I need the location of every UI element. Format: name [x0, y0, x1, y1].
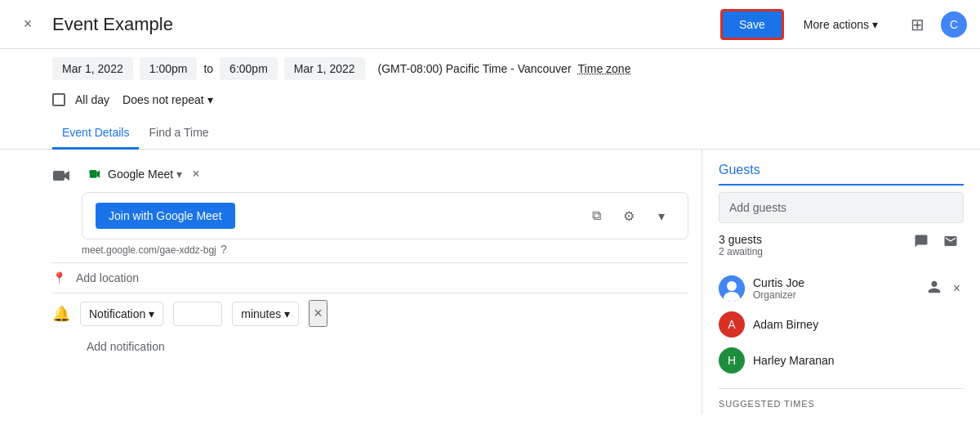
meet-section: M Google Meet ▾ × Join with Google Meet …	[52, 163, 688, 256]
guest-item: A Adam Birney	[719, 306, 964, 342]
event-title: Event Example	[52, 14, 720, 35]
meet-service-name: Google Meet	[108, 168, 173, 181]
google-meet-logo: M	[82, 163, 105, 186]
expand-icon: ▾	[658, 208, 665, 224]
location-row: 📍	[52, 263, 688, 293]
repeat-select[interactable]: Does not repeat ▾	[119, 92, 216, 108]
allday-row: All day Does not repeat ▾	[0, 88, 980, 118]
guests-list: Curtis Joe Organizer × A Adam Birney	[719, 271, 964, 378]
guest-name-adam: Adam Birney	[753, 318, 964, 331]
meet-dropdown-icon[interactable]: ▾	[176, 168, 182, 181]
guest-actions	[908, 228, 964, 254]
bell-icon: 🔔	[52, 305, 70, 323]
guest-info-curtis: Curtis Joe Organizer	[753, 276, 919, 301]
location-input[interactable]	[76, 271, 688, 284]
meet-url[interactable]: meet.google.com/gae-xddz-bgj	[82, 244, 216, 256]
guest-name-curtis: Curtis Joe	[753, 276, 919, 289]
right-panel: Guests 3 guests 2 awaiting	[702, 150, 980, 414]
email-icon	[943, 234, 958, 248]
video-icon-container	[52, 163, 72, 186]
top-actions: Save More actions ▾ ⊞ C	[720, 9, 967, 40]
timezone-text: (GMT-08:00) Pacific Time - Vancouver	[378, 62, 572, 75]
repeat-arrow-icon: ▾	[207, 93, 213, 106]
guests-info: 3 guests 2 awaiting	[719, 233, 964, 261]
guest-avatar-adam: A	[719, 311, 745, 338]
allday-label: All day	[75, 93, 109, 106]
notification-value-input[interactable]: 10	[173, 302, 222, 326]
end-date-chip[interactable]: Mar 1, 2022	[284, 57, 365, 80]
timezone-link[interactable]: Time zone	[578, 62, 631, 75]
guest-info-adam: Adam Birney	[753, 318, 964, 331]
end-time-chip[interactable]: 6:00pm	[220, 57, 278, 80]
meet-card: Join with Google Meet ⧉ ⚙ ▾	[82, 192, 688, 239]
top-bar: × Event Example Save More actions ▾ ⊞ C	[0, 0, 980, 49]
meet-expand-button[interactable]: ▾	[648, 203, 675, 229]
organizer-person-icon	[927, 280, 942, 298]
copy-icon: ⧉	[592, 208, 601, 223]
notification-type-select[interactable]: Notification ▾	[80, 302, 163, 326]
meet-settings-button[interactable]: ⚙	[616, 203, 642, 229]
svg-point-4	[727, 281, 737, 291]
add-guests-input[interactable]	[719, 192, 964, 223]
notification-unit-select[interactable]: minutes ▾	[232, 302, 299, 326]
guest-avatar-text-harley: H	[728, 354, 736, 367]
notification-unit-label: minutes	[241, 307, 281, 320]
more-actions-button[interactable]: More actions ▾	[794, 11, 888, 38]
more-actions-label: More actions	[804, 18, 869, 31]
left-panel: M Google Meet ▾ × Join with Google Meet …	[0, 150, 702, 414]
to-text: to	[203, 62, 213, 75]
close-button[interactable]: ×	[13, 10, 42, 39]
tab-event-details[interactable]: Event Details	[52, 118, 139, 150]
gear-icon: ⚙	[623, 208, 635, 224]
tab-find-a-time[interactable]: Find a Time	[139, 118, 218, 150]
guest-avatar-curtis	[719, 275, 745, 302]
guest-info-harley: Harley Maranan	[753, 354, 964, 367]
start-date-chip[interactable]: Mar 1, 2022	[52, 57, 133, 80]
location-pin-icon: 📍	[52, 271, 66, 284]
guests-section-title: Guests	[719, 163, 964, 186]
svg-text:M: M	[85, 172, 91, 179]
chat-icon	[914, 234, 929, 248]
guest-avatar-harley: H	[719, 347, 745, 374]
join-with-meet-button[interactable]: Join with Google Meet	[96, 203, 235, 229]
add-notification-button[interactable]: Add notification	[52, 333, 688, 353]
guest-name-harley: Harley Maranan	[753, 354, 964, 367]
save-button[interactable]: Save	[720, 9, 784, 40]
help-icon[interactable]: ?	[220, 243, 227, 256]
notification-type-label: Notification	[89, 307, 145, 320]
remove-guest-curtis-button[interactable]: ×	[950, 278, 964, 299]
meet-header: M Google Meet ▾ ×	[82, 163, 688, 186]
start-time-chip[interactable]: 1:00pm	[140, 57, 198, 80]
video-camera-icon	[52, 166, 72, 186]
more-actions-arrow-icon: ▾	[872, 18, 878, 31]
allday-checkbox[interactable]	[52, 93, 65, 106]
copy-meet-link-button[interactable]: ⧉	[583, 203, 609, 229]
guest-item: H Harley Maranan	[719, 342, 964, 378]
meet-close-icon[interactable]: ×	[192, 167, 199, 181]
date-time-row: Mar 1, 2022 1:00pm to 6:00pm Mar 1, 2022…	[0, 49, 980, 88]
notification-unit-arrow-icon: ▾	[284, 307, 290, 320]
guest-role-curtis: Organizer	[753, 289, 919, 301]
meet-actions: ⧉ ⚙ ▾	[583, 203, 675, 229]
meet-content: M Google Meet ▾ × Join with Google Meet …	[82, 163, 688, 256]
notification-type-arrow-icon: ▾	[149, 307, 154, 320]
guest-avatar-text-adam: A	[728, 318, 735, 331]
tabs-row: Event Details Find a Time	[0, 118, 980, 150]
guest-item: Curtis Joe Organizer ×	[719, 271, 964, 306]
svg-rect-0	[53, 171, 65, 181]
meet-link: meet.google.com/gae-xddz-bgj ?	[82, 243, 688, 256]
repeat-value: Does not repeat	[122, 93, 204, 106]
apps-grid-icon[interactable]: ⊞	[911, 15, 924, 34]
notification-row: 🔔 Notification ▾ 10 minutes ▾ ×	[52, 293, 688, 333]
guest-email-button[interactable]	[938, 228, 964, 254]
user-avatar[interactable]: C	[941, 11, 967, 38]
guest-chat-button[interactable]	[908, 228, 934, 254]
suggested-times-label: SUGGESTED TIMES	[719, 388, 964, 409]
guest-photo-curtis	[719, 275, 745, 302]
remove-notification-button[interactable]: ×	[309, 300, 327, 327]
main-layout: M Google Meet ▾ × Join with Google Meet …	[0, 150, 980, 414]
